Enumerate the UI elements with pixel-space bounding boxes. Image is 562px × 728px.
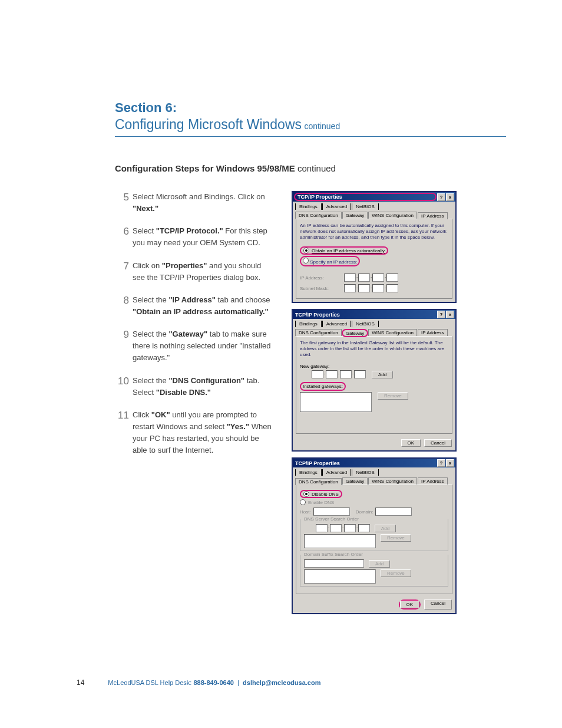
tab-gateway[interactable]: Gateway (342, 477, 368, 485)
ip-octet-input[interactable] (312, 370, 323, 378)
remove-button[interactable]: Remove (381, 569, 411, 577)
section-title: Configuring Microsoft Windows (115, 117, 302, 132)
cancel-button[interactable]: Cancel (424, 439, 452, 447)
domain-input[interactable] (375, 508, 412, 516)
ip-address-row: IP Address: . . . (300, 274, 448, 282)
suffix-input[interactable] (304, 559, 364, 568)
ip-octet-input[interactable] (386, 284, 398, 292)
step-text: Click "OK" until you are prompted to res… (133, 410, 272, 454)
tab-bindings[interactable]: Bindings (295, 469, 322, 476)
help-icon[interactable]: ? (437, 311, 445, 318)
tab-bindings[interactable]: Bindings (295, 321, 322, 327)
page-number: 14 (77, 678, 84, 687)
ip-octet-input[interactable] (386, 274, 398, 282)
tab-ipaddress[interactable]: IP Address (418, 477, 448, 485)
step-number: 10 (115, 374, 129, 389)
tab-row-lower: DNS Configuration Gateway WINS Configura… (293, 210, 455, 219)
installed-gateways-list[interactable] (300, 392, 372, 412)
ip-octet-input[interactable] (354, 370, 366, 378)
tab-gateway[interactable]: Gateway (342, 330, 368, 337)
footer-phone: 888-849-0640 (193, 679, 234, 686)
radio-disable-dns[interactable]: Disable DNS (300, 490, 448, 498)
step-item: 5Select Microsoft and Bindings. Click on… (115, 191, 275, 215)
domain-suffix-group: Domain Suffix Search Order Add Remove (300, 555, 448, 587)
dns-list[interactable] (304, 534, 376, 548)
ip-octet-input[interactable] (358, 284, 370, 292)
ip-octet-input[interactable] (326, 370, 338, 378)
ip-octet-input[interactable] (330, 524, 342, 532)
page-footer: 14 McLeodUSA DSL Help Desk: 888-849-0640… (77, 678, 320, 687)
tab-dns[interactable]: DNS Configuration (295, 329, 342, 336)
step-item: 8Select the "IP Address" tab and choose … (115, 294, 275, 318)
subsection-title: Configuration Steps for Windows 95/98/ME (115, 163, 295, 173)
tab-wins[interactable]: WINS Configuration (368, 329, 417, 336)
remove-button[interactable]: Remove (381, 534, 411, 542)
tab-netbios[interactable]: NetBIOS (352, 469, 379, 476)
tab-netbios[interactable]: NetBIOS (352, 203, 379, 210)
ip-octet-input[interactable] (340, 370, 352, 378)
tab-dns[interactable]: DNS Configuration (295, 478, 342, 485)
step-number: 7 (115, 259, 129, 274)
radio-enable-dns[interactable]: Enable DNS (300, 499, 448, 505)
dialog-titlebar: TCP/IP Properties ? x (293, 459, 455, 467)
step-number: 11 (115, 408, 129, 423)
tab-advanced[interactable]: Advanced (322, 203, 352, 210)
domain-label: Domain: (356, 509, 373, 515)
step-number: 6 (115, 224, 129, 239)
step-number: 8 (115, 293, 129, 308)
tcpip-dialog-ipaddress: TCP/IP Properties ? x Bindings Advanced … (292, 191, 457, 303)
ip-octet-input[interactable] (358, 524, 370, 532)
dns-search-order-group: DNS Server Search Order . . . Add (300, 519, 448, 551)
tab-ipaddress[interactable]: IP Address (418, 212, 448, 219)
ip-octet-input[interactable] (316, 524, 328, 532)
ip-octet-input[interactable] (358, 274, 370, 282)
cancel-button[interactable]: Cancel (424, 599, 452, 610)
ip-octet-input[interactable] (344, 274, 356, 282)
dialog-title: TCP/IP Properties (294, 460, 437, 466)
dialog-titlebar: TCP/IP Properties ? x (293, 310, 455, 319)
close-icon[interactable]: x (446, 311, 454, 318)
host-input[interactable] (313, 508, 350, 516)
tab-ipaddress[interactable]: IP Address (418, 329, 448, 336)
tab-wins[interactable]: WINS Configuration (368, 477, 417, 485)
remove-button[interactable]: Remove (378, 392, 408, 400)
tab-advanced[interactable]: Advanced (322, 321, 352, 327)
gateway-note: The first gateway in the Installed Gatew… (300, 340, 448, 358)
ip-octet-input[interactable] (372, 284, 384, 292)
radio-specify[interactable]: Specify an IP address: (300, 256, 448, 266)
subsection-heading: Configuration Steps for Windows 95/98/ME… (115, 163, 506, 173)
new-gateway-label: New gateway: (300, 364, 448, 369)
help-icon[interactable]: ? (437, 459, 445, 467)
tab-dns[interactable]: DNS Configuration (295, 212, 342, 219)
close-icon[interactable]: x (446, 193, 454, 201)
ok-button[interactable]: OK (400, 601, 420, 608)
tab-advanced[interactable]: Advanced (322, 469, 352, 476)
tab-bindings[interactable]: Bindings (295, 203, 322, 210)
tab-gateway[interactable]: Gateway (342, 212, 368, 219)
step-text: Select the "DNS Configuration" tab. Sele… (133, 376, 259, 397)
ok-button[interactable]: OK (401, 439, 421, 447)
radio-dot-icon (303, 248, 309, 253)
subnet-mask-row: Subnet Mask: . . . (300, 284, 448, 292)
tab-netbios[interactable]: NetBIOS (352, 321, 379, 327)
subsection-continued: continued (297, 163, 336, 173)
radio-obtain-auto[interactable]: Obtain an IP address automatically (300, 246, 448, 255)
ip-octet-input[interactable] (344, 284, 356, 292)
section-heading: Section 6: Configuring Microsoft Windows… (115, 100, 506, 137)
add-button[interactable]: Add (372, 371, 393, 378)
ip-octet-input[interactable] (344, 524, 356, 532)
step-text: Select Microsoft and Bindings. Click on … (133, 192, 265, 213)
ip-octet-input[interactable] (372, 274, 384, 282)
help-icon[interactable]: ? (437, 193, 445, 201)
ip-note: An IP address can be automatically assig… (300, 223, 448, 241)
radio-dot-icon (303, 491, 309, 497)
tab-wins[interactable]: WINS Configuration (368, 212, 417, 219)
step-item: 7Click on "Properties" and you should se… (115, 260, 275, 284)
add-button[interactable]: Add (369, 560, 390, 568)
close-icon[interactable]: x (446, 459, 454, 467)
footer-brand: McLeodUSA DSL Help Desk: (108, 679, 191, 686)
suffix-list[interactable] (304, 569, 376, 584)
add-button[interactable]: Add (375, 525, 396, 532)
section-number: Section 6: (115, 100, 506, 116)
tcpip-dialog-dns: TCP/IP Properties ? x Bindings Advanced … (292, 457, 457, 614)
